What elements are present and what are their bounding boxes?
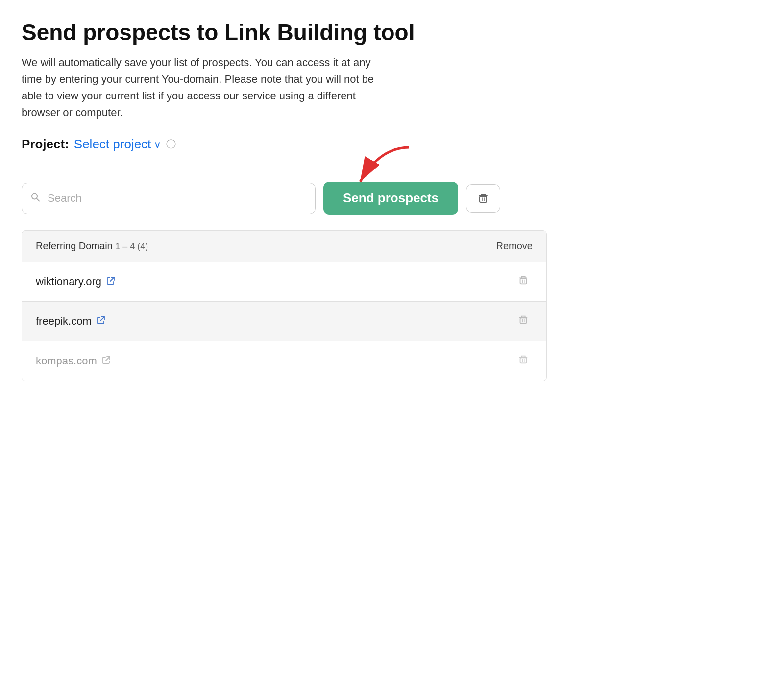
row-delete-button[interactable] <box>514 352 533 370</box>
select-project-button[interactable]: Select project ∨ <box>74 137 162 152</box>
table-row: kompas.com <box>22 341 546 381</box>
svg-rect-19 <box>520 358 527 363</box>
row-delete-button[interactable] <box>514 273 533 290</box>
svg-line-17 <box>106 357 110 361</box>
table-row: wiktionary.org <box>22 262 546 302</box>
trash-icon <box>477 193 489 204</box>
svg-rect-14 <box>520 318 527 324</box>
page-description: We will automatically save your list of … <box>22 54 384 121</box>
domain-name: freepik.com <box>36 315 92 328</box>
svg-rect-9 <box>520 279 527 284</box>
divider <box>22 166 547 166</box>
page-title: Send prospects to Link Building tool <box>22 20 547 46</box>
chevron-down-icon: ∨ <box>154 139 161 150</box>
svg-line-12 <box>100 317 104 321</box>
external-link-icon[interactable] <box>102 356 111 367</box>
search-wrapper <box>22 183 316 214</box>
search-input[interactable] <box>22 183 316 214</box>
table-header: Referring Domain 1 – 4 (4) Remove <box>22 231 546 262</box>
domain-name: kompas.com <box>36 355 97 367</box>
send-prospects-button[interactable]: Send prospects <box>323 182 458 215</box>
table-header-remove: Remove <box>496 241 533 252</box>
project-label: Project: <box>22 137 69 152</box>
table-row: freepik.com <box>22 302 546 341</box>
row-delete-button[interactable] <box>514 313 533 330</box>
external-link-icon[interactable] <box>97 316 105 327</box>
table-header-domain: Referring Domain 1 – 4 (4) <box>36 241 148 252</box>
svg-rect-4 <box>480 196 487 202</box>
delete-all-button[interactable] <box>466 184 500 213</box>
domain-cell: freepik.com <box>36 315 105 328</box>
domain-cell: kompas.com <box>36 355 111 367</box>
domain-cell: wiktionary.org <box>36 275 115 288</box>
project-row: Project: Select project ∨ ⓘ <box>22 137 547 152</box>
domain-name: wiktionary.org <box>36 275 101 288</box>
prospects-table: Referring Domain 1 – 4 (4) Remove wiktio… <box>22 230 547 381</box>
select-project-text: Select project <box>74 137 151 152</box>
external-link-icon[interactable] <box>106 276 115 288</box>
svg-line-7 <box>110 277 114 281</box>
toolbar: Send prospects <box>22 182 547 215</box>
info-icon[interactable]: ⓘ <box>166 138 176 151</box>
